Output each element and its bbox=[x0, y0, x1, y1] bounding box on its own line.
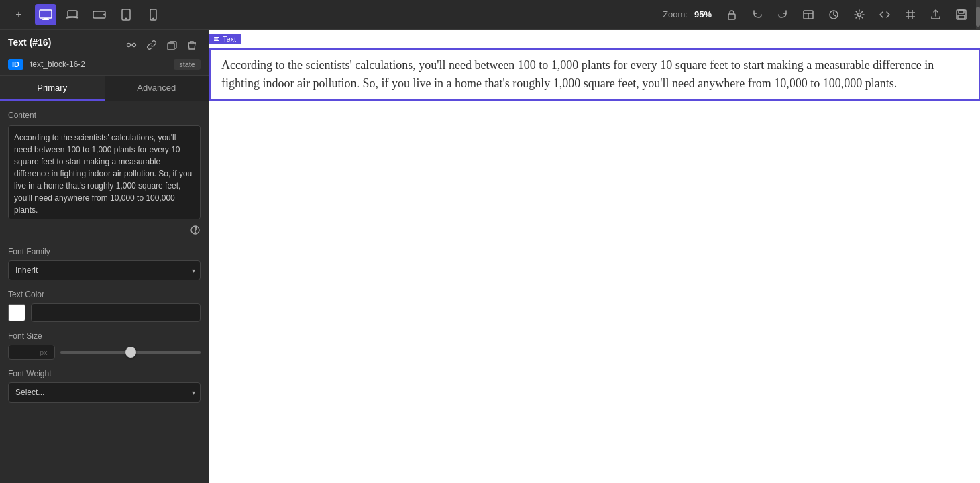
text-color-swatch[interactable] bbox=[8, 304, 25, 321]
font-weight-wrapper: Select... Normal Bold 100 200 300 400 50… bbox=[8, 382, 201, 402]
svg-point-7 bbox=[125, 18, 127, 19]
toolbar-right: Zoom: 95% bbox=[663, 4, 972, 25]
delete-icon[interactable] bbox=[183, 36, 201, 54]
svg-rect-21 bbox=[959, 10, 964, 13]
left-panel: Text (#16) ID bbox=[0, 30, 209, 483]
tablet-landscape-icon[interactable] bbox=[89, 4, 110, 25]
id-row: ID text_block-16-2 state bbox=[8, 59, 201, 70]
id-value: text_block-16-2 bbox=[30, 60, 170, 69]
canvas-text-content: According to the scientists' calculation… bbox=[221, 56, 968, 93]
main-layout: Text (#16) ID bbox=[0, 30, 980, 483]
font-size-row: px bbox=[8, 345, 201, 360]
laptop-icon[interactable] bbox=[62, 4, 83, 25]
tablet-portrait-icon[interactable] bbox=[115, 4, 137, 25]
duplicate-icon[interactable] bbox=[163, 36, 180, 54]
export-icon[interactable] bbox=[925, 4, 946, 25]
layout-icon[interactable] bbox=[798, 4, 819, 25]
panel-header: Text (#16) ID bbox=[0, 30, 209, 76]
zoom-value: 95% bbox=[694, 9, 712, 19]
lock-icon[interactable] bbox=[721, 4, 743, 25]
group-icon[interactable] bbox=[123, 36, 140, 54]
redo-icon[interactable] bbox=[772, 4, 794, 25]
font-weight-section: Font Weight Select... Normal Bold 100 20… bbox=[8, 369, 201, 402]
font-family-wrapper: Inherit Arial Georgia Helvetica Times Ne… bbox=[8, 260, 201, 280]
id-badge: ID bbox=[8, 59, 23, 70]
add-icon[interactable]: + bbox=[8, 4, 30, 25]
svg-rect-3 bbox=[68, 11, 77, 17]
svg-rect-26 bbox=[168, 43, 174, 50]
text-block-selected[interactable]: According to the scientists' calculation… bbox=[209, 48, 980, 101]
code-icon[interactable] bbox=[874, 4, 895, 25]
font-family-label: Font Family bbox=[8, 247, 201, 256]
zoom-label: Zoom: bbox=[663, 9, 688, 19]
settings-icon[interactable] bbox=[849, 4, 870, 25]
text-block-label-text: Text bbox=[223, 35, 236, 43]
undo-icon[interactable] bbox=[747, 4, 768, 25]
history-icon[interactable] bbox=[823, 4, 845, 25]
font-weight-select[interactable]: Select... Normal Bold 100 200 300 400 50… bbox=[8, 382, 201, 402]
font-size-input[interactable] bbox=[13, 347, 40, 357]
content-label: Content bbox=[8, 111, 201, 120]
font-size-section: Font Size px bbox=[8, 331, 201, 360]
svg-point-9 bbox=[152, 18, 154, 19]
svg-point-28 bbox=[195, 232, 195, 233]
svg-point-23 bbox=[127, 44, 131, 47]
svg-point-15 bbox=[858, 13, 861, 16]
toolbar-left: + bbox=[8, 4, 164, 25]
canvas-inner: Text According to the scientists' calcul… bbox=[209, 30, 980, 483]
text-block-badge: Text bbox=[209, 34, 241, 44]
tab-advanced[interactable]: Advanced bbox=[105, 76, 209, 101]
text-color-section: Text Color bbox=[8, 290, 201, 322]
svg-rect-22 bbox=[958, 15, 965, 19]
top-toolbar: + Zoom: 95% bbox=[0, 0, 980, 30]
slider-thumb[interactable] bbox=[125, 347, 136, 358]
font-weight-label: Font Weight bbox=[8, 369, 201, 378]
panel-tabs: Primary Advanced bbox=[0, 76, 209, 101]
canvas-area: Text According to the scientists' calcul… bbox=[209, 30, 980, 483]
svg-point-24 bbox=[133, 44, 136, 47]
panel-body: Content Font Family Inherit Arial Georgi… bbox=[0, 101, 209, 483]
content-textarea[interactable] bbox=[8, 125, 201, 219]
font-size-unit: px bbox=[40, 348, 48, 356]
link-icon[interactable] bbox=[143, 36, 160, 54]
font-family-select[interactable]: Inherit Arial Georgia Helvetica Times Ne… bbox=[8, 260, 201, 280]
state-button[interactable]: state bbox=[174, 59, 201, 70]
svg-rect-0 bbox=[40, 10, 52, 18]
svg-rect-31 bbox=[214, 40, 219, 41]
textarea-footer bbox=[8, 225, 201, 237]
svg-rect-29 bbox=[214, 37, 219, 38]
font-family-section: Font Family Inherit Arial Georgia Helvet… bbox=[8, 247, 201, 280]
text-color-input[interactable] bbox=[31, 303, 201, 322]
text-color-label: Text Color bbox=[8, 290, 201, 299]
panel-title: Text (#16) bbox=[8, 37, 51, 48]
font-size-input-wrap: px bbox=[8, 345, 55, 360]
desktop-icon[interactable] bbox=[35, 4, 56, 25]
content-action-icon[interactable] bbox=[190, 225, 201, 237]
mobile-icon[interactable] bbox=[142, 4, 164, 25]
font-size-label: Font Size bbox=[8, 331, 201, 341]
tab-primary[interactable]: Primary bbox=[0, 76, 105, 101]
svg-point-5 bbox=[104, 14, 105, 15]
svg-rect-1 bbox=[44, 18, 48, 19]
svg-rect-10 bbox=[728, 14, 735, 19]
grid-icon[interactable] bbox=[900, 4, 921, 25]
svg-rect-30 bbox=[214, 38, 218, 39]
save-icon[interactable] bbox=[950, 4, 972, 25]
content-section: Content bbox=[8, 111, 201, 237]
font-size-slider[interactable] bbox=[60, 351, 201, 354]
svg-rect-2 bbox=[42, 19, 49, 20]
